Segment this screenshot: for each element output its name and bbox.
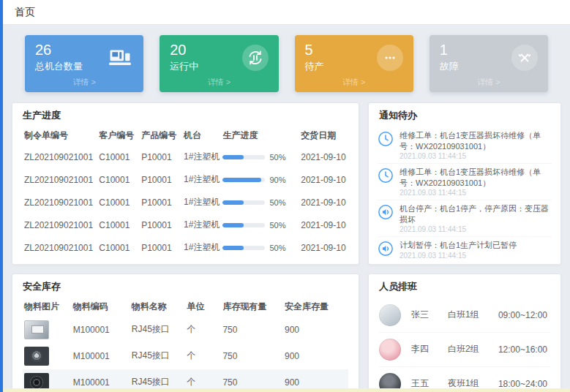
table-row: ZL202109021001 C10001 P10001 1#注塑机 50% 2… bbox=[23, 214, 348, 236]
list-item[interactable]: 计划暂停：机台1生产计划已暂停 2021.09.03 11:44:15 bbox=[378, 237, 552, 263]
delivery-date: 2021-09-10 bbox=[299, 236, 348, 259]
running-icon bbox=[242, 45, 269, 71]
table-header-row: 制令单编号 客户编号 产品编号 机台 生产进度 交货日期 bbox=[23, 126, 348, 146]
delivery-date: 2021-09-10 bbox=[299, 214, 348, 236]
current-stock: 750 bbox=[221, 343, 283, 369]
machine: 1#注塑机 bbox=[182, 191, 221, 214]
progress-bar bbox=[222, 178, 265, 182]
staff-time: 09:00~12:00 bbox=[498, 310, 550, 320]
column-header: 物料名称 bbox=[130, 297, 186, 317]
dashboard-content: 26 总机台数量 详情 > 20 运行中 详情 > bbox=[3, 25, 570, 392]
schedule-list: 张三 白班1组 09:00~12:00 李四 白班2组 12:00~16:00 … bbox=[369, 297, 560, 392]
stat-card-text: 20 运行中 bbox=[170, 42, 198, 73]
notification-time: 2021.09.03 11:44:15 bbox=[400, 152, 552, 160]
stat-label: 运行中 bbox=[170, 60, 198, 73]
delivery-date: 2021-09-10 bbox=[299, 191, 348, 214]
panel-production-progress: 生产进度 制令单编号 客户编号 产品编号 机台 生产进度 交货日期 ZL2021 bbox=[12, 102, 359, 265]
detail-link[interactable]: 详情 > bbox=[170, 77, 268, 88]
stat-value: 26 bbox=[35, 42, 83, 58]
standby-icon bbox=[377, 45, 403, 71]
notification-time: 2021.09.03 11:44:15 bbox=[400, 189, 552, 197]
material-image bbox=[24, 320, 49, 339]
stat-label: 待产 bbox=[305, 60, 324, 73]
list-item[interactable]: 维修工单：机台1变压器损坏待维修（单号：WX202109031001） 2021… bbox=[378, 127, 552, 164]
column-header: 交货日期 bbox=[299, 126, 348, 146]
panel-title: 安全库存 bbox=[12, 274, 359, 297]
notification-text: 维修工单：机台1变压器损坏待维修（单号：WX202109031001） bbox=[400, 167, 552, 188]
notification-text: 计划暂停：机台1生产计划已暂停 bbox=[400, 240, 517, 251]
production-table: 制令单编号 客户编号 产品编号 机台 生产进度 交货日期 ZL202109021… bbox=[23, 126, 348, 259]
table-row: ZL202109021001 C10001 P10001 1#注塑机 90% 2… bbox=[23, 168, 348, 191]
staff-time: 18:00~24:00 bbox=[498, 379, 550, 389]
staff-shift: 白班2组 bbox=[448, 343, 496, 355]
delivery-date: 2021-09-10 bbox=[299, 146, 348, 168]
table-row: M100001 RJ45接口 个 750 900 bbox=[23, 317, 348, 343]
stat-card-text: 26 总机台数量 bbox=[35, 42, 83, 73]
progress-bar bbox=[222, 200, 265, 205]
detail-link[interactable]: 详情 > bbox=[305, 77, 403, 88]
stat-card-top: 20 运行中 bbox=[170, 42, 268, 73]
notification-time: 2021.09.03 11:44:15 bbox=[400, 252, 517, 260]
progress-percent: 90% bbox=[269, 176, 285, 184]
staff-shift: 白班1组 bbox=[448, 309, 496, 321]
progress-percent: 50% bbox=[269, 153, 285, 162]
column-header: 客户编号 bbox=[97, 126, 140, 146]
panel-title: 通知待办 bbox=[369, 103, 560, 126]
notification-text: 维修工单：机台1变压器损坏待维修（单号：WX202109031001） bbox=[400, 130, 552, 151]
list-item: 张三 白班1组 09:00~12:00 bbox=[379, 298, 550, 333]
stat-value: 5 bbox=[305, 42, 324, 58]
avatar bbox=[379, 339, 401, 361]
column-header: 制令单编号 bbox=[23, 126, 97, 146]
stat-card-total-machines: 26 总机台数量 详情 > bbox=[25, 35, 143, 92]
unit: 个 bbox=[185, 343, 221, 369]
top-bar: 首页 bbox=[3, 0, 570, 25]
panels-grid: 生产进度 制令单编号 客户编号 产品编号 机台 生产进度 交货日期 ZL2021 bbox=[12, 102, 561, 392]
column-header: 单位 bbox=[185, 297, 221, 317]
product-no: P10001 bbox=[140, 146, 182, 168]
detail-link[interactable]: 详情 > bbox=[35, 77, 133, 88]
product-no: P10001 bbox=[140, 168, 182, 191]
stat-card-top: 5 待产 bbox=[305, 42, 403, 73]
progress-indicator: 50% bbox=[222, 244, 298, 252]
customer-no: C10001 bbox=[97, 236, 140, 259]
column-header: 物料图片 bbox=[23, 297, 72, 317]
unit: 个 bbox=[185, 317, 221, 343]
machine: 1#注塑机 bbox=[182, 214, 221, 236]
customer-no: C10001 bbox=[97, 146, 140, 168]
stat-card-fault: 1 故障 详情 > bbox=[430, 35, 548, 92]
panel-title: 生产进度 bbox=[12, 103, 359, 126]
progress-bar bbox=[222, 223, 265, 227]
machine: 1#注塑机 bbox=[182, 146, 221, 168]
customer-no: C10001 bbox=[97, 214, 140, 236]
window-edge-bottom bbox=[3, 388, 570, 392]
staff-time: 12:00~16:00 bbox=[498, 344, 550, 355]
stat-card-standby: 5 待产 详情 > bbox=[295, 35, 413, 92]
speaker-icon bbox=[378, 241, 394, 257]
clock-icon bbox=[378, 131, 394, 147]
list-item[interactable]: 机台停产：机台1停产，停产原因：变压器损坏 2021.09.03 11:44:1… bbox=[378, 200, 552, 237]
progress-indicator: 90% bbox=[222, 176, 298, 184]
stat-card-text: 5 待产 bbox=[305, 42, 324, 73]
notification-text: 机台停产：机台1停产，停产原因：变压器损坏 bbox=[400, 203, 552, 225]
detail-link[interactable]: 详情 > bbox=[440, 77, 538, 88]
order-no: ZL202109021001 bbox=[23, 146, 97, 168]
window-edge-left bbox=[0, 0, 3, 392]
stat-label: 故障 bbox=[440, 60, 459, 73]
material-code: M100001 bbox=[72, 343, 130, 369]
progress-percent: 50% bbox=[269, 198, 285, 207]
customer-no: C10001 bbox=[97, 191, 140, 214]
clock-icon bbox=[378, 167, 394, 184]
table-row: ZL202109021001 C10001 P10001 1#注塑机 50% 2… bbox=[23, 191, 348, 214]
column-header: 物料编码 bbox=[72, 297, 130, 317]
tab-home[interactable]: 首页 bbox=[15, 6, 35, 19]
list-item[interactable]: 维修工单：机台1变压器损坏待维修（单号：WX202109031001） 2021… bbox=[378, 164, 552, 200]
current-stock: 750 bbox=[221, 317, 283, 343]
table-row: ZL202109021001 C10001 P10001 1#注塑机 50% 2… bbox=[23, 236, 348, 259]
stat-card-top: 1 故障 bbox=[440, 42, 538, 73]
material-image bbox=[24, 347, 49, 366]
column-header: 产品编号 bbox=[140, 126, 182, 146]
column-header: 安全库存量 bbox=[283, 297, 348, 317]
notification-list: 维修工单：机台1变压器损坏待维修（单号：WX202109031001） 2021… bbox=[369, 126, 560, 264]
staff-name: 李四 bbox=[411, 343, 448, 355]
safety-stock: 900 bbox=[283, 343, 348, 369]
